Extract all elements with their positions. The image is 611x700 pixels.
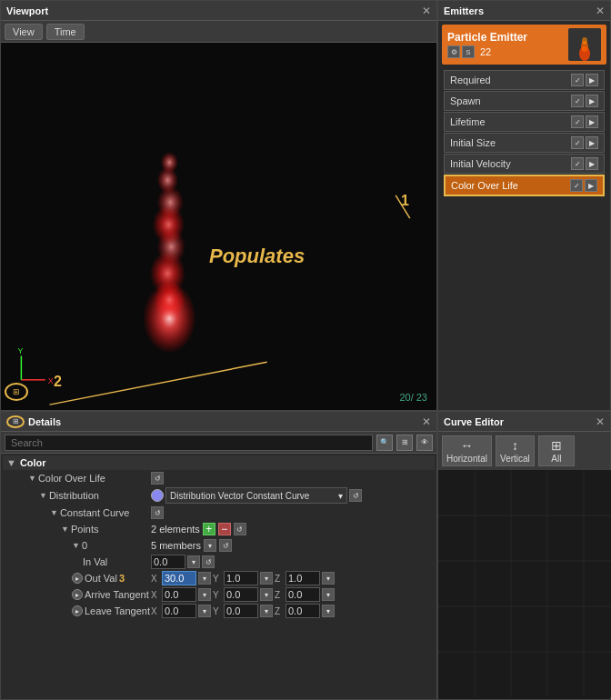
leave-x-input[interactable] <box>162 604 196 618</box>
module-color-over-life-check1[interactable]: ✓ <box>570 179 583 192</box>
leave-tangent-expand[interactable]: ▸ <box>72 605 83 616</box>
viewport-close-icon[interactable]: ✕ <box>422 5 431 17</box>
module-initial-velocity-check2[interactable]: ▶ <box>586 157 598 170</box>
arrive-z-arrow[interactable]: ▾ <box>322 588 335 601</box>
module-lifetime[interactable]: Lifetime ✓ ▶ <box>444 112 605 132</box>
index-0-reset[interactable]: ↺ <box>219 539 232 552</box>
constant-curve-arrow[interactable]: ▼ <box>50 508 58 517</box>
module-lifetime-check1[interactable]: ✓ <box>571 115 584 128</box>
time-button[interactable]: Time <box>46 24 85 40</box>
leave-y-label: Y <box>213 606 222 616</box>
details-titlebar: ⊞ Details ✕ <box>1 412 436 432</box>
out-val-z-input[interactable] <box>285 571 320 585</box>
module-color-over-life[interactable]: Color Over Life ✓ ▶ <box>444 175 605 196</box>
module-initial-velocity-check1[interactable]: ✓ <box>571 157 584 170</box>
out-val-x-input[interactable] <box>162 571 196 585</box>
emitter-icon-1[interactable]: ⚙ <box>447 45 460 58</box>
emitter-icon-2[interactable]: S <box>462 45 475 58</box>
viewport-svg-overlay: X Y <box>1 43 436 410</box>
horizontal-button[interactable]: ↔ Horizontal <box>442 435 492 466</box>
distribution-reset[interactable]: ↺ <box>349 489 362 502</box>
module-initial-velocity[interactable]: Initial Velocity ✓ ▶ <box>444 154 605 174</box>
leave-z-arrow[interactable]: ▾ <box>322 605 335 617</box>
module-color-over-life-label: Color Over Life <box>451 180 518 191</box>
curve-editor-close-icon[interactable]: ✕ <box>596 415 605 428</box>
out-val-expand[interactable]: ▸ <box>72 573 83 584</box>
points-delete-btn[interactable]: − <box>218 523 231 535</box>
module-initial-size[interactable]: Initial Size ✓ ▶ <box>444 133 605 153</box>
index-0-row: ▼ 0 5 members ▾ ↺ <box>3 537 435 554</box>
svg-text:Y: Y <box>17 346 23 355</box>
leave-y-arrow[interactable]: ▾ <box>260 605 273 617</box>
horizontal-label: Horizontal <box>446 454 487 464</box>
color-over-life-label: Color Over Life <box>38 473 105 484</box>
module-lifetime-check2[interactable]: ▶ <box>586 115 598 128</box>
curve-editor-panel: Curve Editor ✕ ↔ Horizontal ↕ Vertical ⊞… <box>437 411 611 700</box>
arrive-z-input[interactable] <box>285 587 320 602</box>
color-over-life-arrow[interactable]: ▼ <box>28 474 36 483</box>
grid-icon[interactable]: ⊞ <box>396 435 413 451</box>
out-val-y-arrow[interactable]: ▾ <box>260 572 273 585</box>
out-val-x-arrow[interactable]: ▾ <box>198 572 211 585</box>
search-icon[interactable]: 🔍 <box>376 435 393 451</box>
member-nav-arrow[interactable]: ▾ <box>204 539 216 552</box>
in-val-reset[interactable]: ↺ <box>202 555 215 568</box>
arrive-x-input[interactable] <box>162 587 196 602</box>
eye-icon[interactable]: 👁 <box>416 435 433 451</box>
module-spawn[interactable]: Spawn ✓ ▶ <box>444 91 605 111</box>
viewport-toolbar: View Time <box>1 21 436 43</box>
module-initial-size-label: Initial Size <box>450 137 496 148</box>
in-val-arrow[interactable]: ▾ <box>187 555 200 568</box>
view-button[interactable]: View <box>5 24 43 40</box>
annotation-2: 2 <box>54 374 62 390</box>
points-add-btn[interactable]: + <box>203 523 215 535</box>
svg-point-6 <box>157 167 178 194</box>
all-label: All <box>551 454 561 464</box>
leave-y-input[interactable] <box>224 604 258 618</box>
module-color-over-life-check2[interactable]: ▶ <box>585 179 597 192</box>
arrive-y-label: Y <box>213 590 222 600</box>
points-arrow[interactable]: ▼ <box>61 525 69 534</box>
index-0-arrow[interactable]: ▼ <box>72 541 80 550</box>
color-over-life-reset[interactable]: ↺ <box>151 472 164 485</box>
module-required-check2[interactable]: ▶ <box>586 74 598 86</box>
color-section-header[interactable]: ▼ Color <box>3 455 435 470</box>
frame-counter: 20/ 23 <box>399 392 427 403</box>
annotation-1: 1 <box>401 193 409 209</box>
arrive-tangent-expand[interactable]: ▸ <box>72 589 83 600</box>
details-title: Details <box>28 416 61 427</box>
points-reset[interactable]: ↺ <box>234 523 246 535</box>
distribution-value: Distribution Vector Constant Curve <box>170 491 309 501</box>
distribution-dropdown-arrow: ▾ <box>338 491 343 501</box>
module-required[interactable]: Required ✓ ▶ <box>444 70 605 90</box>
distribution-arrow[interactable]: ▼ <box>39 491 47 500</box>
module-spawn-check1[interactable]: ✓ <box>571 95 584 107</box>
module-spawn-check2[interactable]: ▶ <box>586 95 598 107</box>
constant-curve-row: ▼ Constant Curve ↺ <box>3 505 435 521</box>
leave-x-arrow[interactable]: ▾ <box>198 605 211 617</box>
module-required-check1[interactable]: ✓ <box>571 74 584 86</box>
in-val-input[interactable] <box>151 555 185 569</box>
module-initial-size-check1[interactable]: ✓ <box>571 136 584 149</box>
search-input[interactable] <box>5 435 373 451</box>
constant-curve-label: Constant Curve <box>60 507 129 518</box>
module-initial-size-check2[interactable]: ▶ <box>586 136 598 149</box>
leave-z-input[interactable] <box>285 604 320 618</box>
svg-point-0 <box>143 282 196 353</box>
details-close-icon[interactable]: ✕ <box>422 415 431 428</box>
arrive-y-input[interactable] <box>224 587 258 602</box>
vertical-button[interactable]: ↕ Vertical <box>496 435 535 466</box>
details-content: ▼ Color ▼ Color Over Life ↺ ▼ Distributi… <box>1 454 436 699</box>
details-icon: ⊞ <box>6 415 25 428</box>
out-val-y-input[interactable] <box>224 571 258 585</box>
constant-curve-reset[interactable]: ↺ <box>151 506 164 519</box>
arrive-x-arrow[interactable]: ▾ <box>198 588 211 601</box>
particle-emitter-item[interactable]: Particle Emitter ⚙ S 22 <box>442 25 606 65</box>
out-val-z-arrow[interactable]: ▾ <box>322 572 335 585</box>
all-button[interactable]: ⊞ All <box>538 435 575 466</box>
color-arrow-icon: ▼ <box>6 457 16 468</box>
emitters-close-icon[interactable]: ✕ <box>596 5 605 17</box>
arrive-y-arrow[interactable]: ▾ <box>260 588 273 601</box>
details-panel: ⊞ Details ✕ 🔍 ⊞ 👁 ▼ Color ▼ Color Over L <box>0 411 437 700</box>
distribution-dropdown[interactable]: Distribution Vector Constant Curve ▾ <box>165 487 347 504</box>
